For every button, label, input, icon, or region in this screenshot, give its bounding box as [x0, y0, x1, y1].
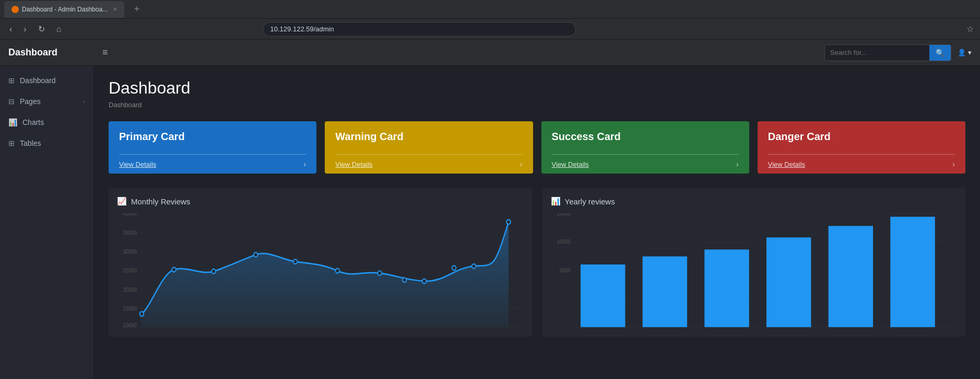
user-chevron: ▾	[968, 49, 972, 56]
back-button[interactable]: ‹	[6, 22, 15, 36]
monthly-chart-icon: 📈	[117, 197, 127, 206]
svg-text:15000: 15000	[123, 305, 137, 312]
line-chart-area	[141, 222, 509, 327]
card-primary-footer: View Details ›	[119, 154, 306, 174]
card-danger: Danger Card View Details ›	[758, 121, 965, 174]
sidebar-label-dashboard: Dashboard	[20, 76, 56, 85]
svg-text:30000: 30000	[123, 248, 137, 255]
yearly-chart-area: 15000 10000 5000	[551, 213, 958, 328]
sidebar: ⊞ Dashboard ⊟ Pages › 📊 Charts ⊞ Tables	[0, 66, 94, 379]
data-point	[211, 269, 216, 274]
card-success-footer: View Details ›	[552, 154, 739, 174]
yearly-bar-chart: 15000 10000 5000	[551, 213, 958, 328]
reload-button[interactable]: ↻	[35, 22, 48, 36]
svg-text:15000: 15000	[557, 213, 571, 217]
data-point	[422, 279, 427, 283]
yearly-chart-icon: 📊	[551, 197, 561, 206]
breadcrumb: Dashboard	[109, 101, 965, 109]
card-success-link[interactable]: View Details	[552, 160, 589, 168]
new-tab-button[interactable]: +	[128, 1, 145, 18]
home-button[interactable]: ⌂	[53, 22, 65, 36]
card-warning-title: Warning Card	[335, 131, 522, 143]
page-title: Dashboard	[109, 78, 965, 98]
card-danger-title: Danger Card	[768, 131, 955, 143]
card-warning-footer: View Details ›	[335, 154, 522, 174]
forward-button[interactable]: ›	[20, 22, 29, 36]
data-point	[403, 278, 407, 282]
bar-2019	[580, 265, 624, 327]
svg-text:20000: 20000	[123, 286, 137, 293]
card-warning-arrow: ›	[520, 160, 523, 168]
pages-arrow-icon: ›	[83, 98, 85, 105]
address-bar-row: ‹ › ↻ ⌂ 10.129.122.59/admin ☆	[0, 19, 980, 40]
bar-2020	[642, 257, 687, 327]
bar-2022	[766, 237, 810, 327]
card-success: Success Card View Details ›	[541, 121, 749, 174]
browser-chrome: Dashboard - Admin Dashboa... ✕ +	[0, 0, 980, 19]
card-danger-footer: View Details ›	[768, 154, 955, 174]
data-point	[254, 252, 258, 257]
data-point	[172, 267, 176, 272]
svg-text:25000: 25000	[123, 268, 137, 274]
address-input[interactable]: 10.129.122.59/admin	[263, 22, 576, 37]
app: Dashboard ≡ 🔍 👤 ▾ ⊞ Dashboard ⊟ Pages › …	[0, 40, 980, 379]
card-warning: Warning Card View Details ›	[325, 121, 533, 174]
monthly-chart-area: 40000 35000 30000 25000 20000 15000 1000…	[117, 213, 524, 328]
card-success-arrow: ›	[736, 160, 739, 168]
browser-favicon	[11, 6, 19, 13]
sidebar-label-charts: Charts	[22, 118, 44, 127]
svg-text:10000: 10000	[123, 322, 137, 328]
sidebar-item-dashboard[interactable]: ⊞ Dashboard	[0, 70, 93, 91]
sidebar-label-pages: Pages	[20, 97, 41, 106]
svg-text:5000: 5000	[559, 268, 570, 274]
data-point	[377, 271, 382, 275]
bar-2021	[704, 249, 749, 327]
user-menu-button[interactable]: 👤 ▾	[958, 49, 972, 56]
search-box: 🔍	[824, 44, 951, 61]
svg-text:40000: 40000	[123, 213, 137, 217]
sidebar-item-tables[interactable]: ⊞ Tables	[0, 133, 93, 154]
address-text: 10.129.122.59/admin	[270, 25, 334, 33]
tab-close-icon[interactable]: ✕	[113, 6, 117, 12]
card-danger-arrow: ›	[952, 160, 955, 168]
topbar: Dashboard ≡ 🔍 👤 ▾	[0, 40, 980, 66]
charts-row: 📈 Monthly Reviews	[109, 188, 965, 337]
data-point	[140, 312, 144, 316]
sidebar-item-pages[interactable]: ⊟ Pages ›	[0, 91, 93, 112]
card-primary-title: Primary Card	[119, 131, 306, 143]
main-layout: ⊞ Dashboard ⊟ Pages › 📊 Charts ⊞ Tables …	[0, 66, 980, 379]
data-point	[506, 220, 511, 224]
browser-tab[interactable]: Dashboard - Admin Dashboa... ✕	[4, 1, 124, 18]
main-content: Dashboard Dashboard Primary Card View De…	[94, 66, 980, 379]
card-primary-link[interactable]: View Details	[119, 160, 156, 168]
search-input[interactable]	[825, 49, 929, 56]
sidebar-label-tables: Tables	[20, 139, 41, 147]
search-button[interactable]: 🔍	[929, 44, 951, 61]
tab-title: Dashboard - Admin Dashboa...	[22, 6, 108, 13]
svg-text:10000: 10000	[557, 239, 571, 245]
hamburger-icon[interactable]: ≡	[102, 47, 108, 58]
card-warning-link[interactable]: View Details	[335, 160, 372, 168]
pages-icon: ⊟	[8, 97, 15, 106]
sidebar-item-charts[interactable]: 📊 Charts	[0, 112, 93, 133]
card-danger-link[interactable]: View Details	[768, 160, 805, 168]
dashboard-icon: ⊞	[8, 76, 15, 85]
yearly-chart-container: 📊 Yearly reviews 15000	[542, 188, 966, 337]
monthly-chart-container: 📈 Monthly Reviews	[109, 188, 532, 337]
card-primary-arrow: ›	[304, 160, 306, 168]
card-success-title: Success Card	[552, 131, 739, 143]
bar-2023	[828, 226, 872, 327]
bar-2024	[890, 217, 935, 327]
cards-row: Primary Card View Details › Warning Card…	[109, 121, 965, 174]
app-title: Dashboard	[8, 47, 102, 58]
charts-icon: 📊	[8, 118, 17, 127]
user-icon: 👤	[958, 49, 966, 56]
browser-actions: ☆	[966, 24, 974, 34]
data-point	[293, 259, 298, 264]
bookmark-icon[interactable]: ☆	[966, 24, 974, 34]
monthly-chart-title: 📈 Monthly Reviews	[117, 197, 524, 206]
data-point	[472, 264, 476, 269]
svg-text:35000: 35000	[123, 229, 137, 236]
data-point	[336, 269, 340, 273]
yearly-chart-title: 📊 Yearly reviews	[551, 197, 958, 206]
